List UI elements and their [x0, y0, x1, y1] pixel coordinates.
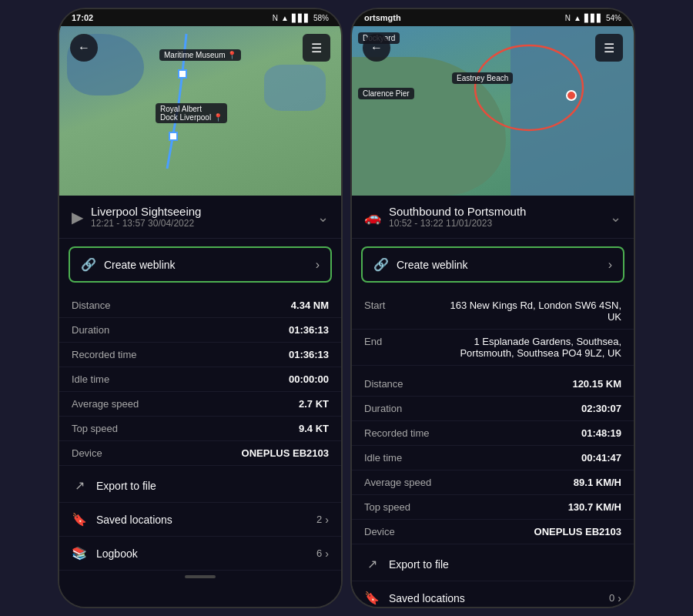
back-button-left[interactable]: ← — [70, 34, 98, 62]
pier-label: Clarence Pier — [358, 88, 414, 99]
stat-label-duration-right: Duration — [364, 403, 402, 414]
stat-label-recorded-right: Recorded time — [364, 427, 430, 439]
svg-point-3 — [567, 91, 576, 100]
action-label-saved-left: Saved locations — [96, 514, 307, 526]
trip-details-right: Southbound to Portsmouth 10:52 - 13:22 1… — [389, 205, 526, 229]
stat-label-idle-left: Idle time — [72, 373, 109, 385]
weblink-chevron-left: › — [316, 258, 320, 272]
content-right: 🚗 Southbound to Portsmouth 10:52 - 13:22… — [352, 196, 634, 607]
stat-label-idle-right: Idle time — [364, 452, 402, 464]
weblink-left-content-right: 🔗 Create weblink — [373, 257, 468, 272]
stat-value-duration-left: 01:36:13 — [289, 324, 329, 336]
status-bar-right: ortsmgth N ▲ ▋▋▋ 54% — [352, 9, 634, 26]
saved-count-left: 2 — [316, 514, 322, 525]
menu-button-left[interactable]: ☰ — [303, 34, 330, 62]
nfc-icon-right: N — [565, 14, 571, 22]
stat-duration-right: Duration 02:30:07 — [352, 397, 634, 421]
end-value: 1 Esplanade Gardens, Southsea, Portsmout… — [444, 336, 621, 359]
stat-idle-right: Idle time 00:41:47 — [352, 446, 634, 470]
action-export-left[interactable]: ↗︎ Export to file — [59, 469, 341, 503]
stat-label-distance-right: Distance — [364, 378, 403, 390]
saved-count-right: 0 — [609, 592, 614, 604]
phone-left: 17:02 N ▲ ▋▋▋ 58% Maritime Museum 📍 Roya… — [58, 8, 343, 608]
back-button-right[interactable]: ← — [363, 34, 390, 62]
stat-duration-left: Duration 01:36:13 — [59, 318, 341, 343]
stat-label-distance-left: Distance — [72, 300, 111, 311]
start-value: 163 New Kings Rd, London SW6 4SN, UK — [444, 300, 621, 323]
trip-header-left[interactable]: ▶ Liverpool Sightseeing 12:21 - 13:57 30… — [59, 196, 341, 239]
stat-distance-left: Distance 4.34 NM — [59, 293, 341, 318]
svg-rect-0 — [179, 70, 186, 78]
saved-count-area-left: 2 › — [316, 514, 329, 526]
stat-value-avgspeed-left: 2.7 KT — [299, 398, 329, 410]
stat-device-left: Device ONEPLUS EB2103 — [59, 441, 341, 466]
time-right: ortsmgth — [364, 13, 401, 22]
weblink-label-right: Create weblink — [397, 259, 468, 271]
stat-value-distance-left: 4.34 NM — [291, 300, 329, 311]
trip-name-left: Liverpool Sightseeing — [91, 205, 201, 218]
svg-rect-1 — [169, 132, 177, 140]
signal-icon-right: ▋▋▋ — [584, 14, 603, 22]
link-icon-left: 🔗 — [81, 257, 96, 272]
stat-recorded-right: Recorded time 01:48:19 — [352, 421, 634, 446]
stat-label-avgspeed-left: Average speed — [72, 398, 139, 410]
export-icon-right: ↗︎ — [364, 557, 380, 571]
stat-value-idle-right: 00:41:47 — [581, 452, 621, 464]
start-label: Start — [364, 300, 410, 311]
navigation-icon-left: ▶ — [72, 208, 83, 226]
stat-value-distance-right: 120.15 KM — [572, 378, 621, 390]
stat-label-topspeed-left: Top speed — [72, 423, 118, 434]
wifi-icon: ▲ — [281, 14, 289, 22]
menu-button-right[interactable]: ☰ — [595, 34, 623, 62]
action-label-saved-right: Saved locations — [389, 592, 600, 604]
phone-right: ortsmgth N ▲ ▋▋▋ 54% Dockyard Clarence P… — [350, 8, 635, 608]
stat-device-right: Device ONEPLUS EB2103 — [352, 520, 634, 544]
logbook-count-area-left: 6 › — [316, 547, 329, 560]
logbook-count-left: 6 — [316, 547, 322, 559]
action-label-export-right: Export to file — [389, 558, 621, 571]
status-bar-left: 17:02 N ▲ ▋▋▋ 58% — [59, 9, 341, 26]
stat-avgspeed-right: Average speed 89.1 KM/H — [352, 470, 634, 495]
bookmark-icon-right: 🔖 — [364, 591, 380, 605]
stat-value-topspeed-left: 9.4 KT — [299, 423, 329, 434]
saved-chevron-right: › — [618, 592, 621, 604]
stat-label-recorded-left: Recorded time — [72, 349, 137, 360]
stat-label-topspeed-right: Top speed — [364, 501, 410, 513]
action-label-export-left: Export to file — [96, 480, 329, 492]
action-saved-right[interactable]: 🔖 Saved locations 0 › — [352, 581, 634, 607]
export-icon-left: ↗︎ — [72, 478, 87, 493]
stat-value-duration-right: 02:30:07 — [581, 403, 621, 414]
action-saved-left[interactable]: 🔖 Saved locations 2 › — [59, 503, 341, 537]
stat-label-device-right: Device — [364, 526, 395, 537]
end-label: End — [364, 336, 410, 347]
stat-value-device-left: ONEPLUS EB2103 — [242, 447, 329, 459]
trip-chevron-left: ⌄ — [317, 209, 329, 226]
stat-recorded-left: Recorded time 01:36:13 — [59, 343, 341, 367]
stat-value-avgspeed-right: 89.1 KM/H — [574, 477, 621, 488]
weblink-button-left[interactable]: 🔗 Create weblink › — [69, 246, 332, 283]
stat-value-device-right: ONEPLUS EB2103 — [534, 526, 621, 537]
stats-section-right: Distance 120.15 KM Duration 02:30:07 Rec… — [352, 369, 634, 547]
action-label-logbook-left: Logbook — [96, 547, 307, 560]
stat-distance-right: Distance 120.15 KM — [352, 372, 634, 397]
nav-bar-left: ← ☰ — [59, 26, 341, 69]
stat-topspeed-left: Top speed 9.4 KT — [59, 417, 341, 441]
stat-label-avgspeed-right: Average speed — [364, 477, 431, 488]
book-icon-left: 📚 — [72, 546, 87, 561]
trip-info-right: 🚗 Southbound to Portsmouth 10:52 - 13:22… — [364, 205, 526, 229]
start-row: Start 163 New Kings Rd, London SW6 4SN, … — [352, 293, 634, 330]
weblink-button-right[interactable]: 🔗 Create weblink › — [361, 246, 624, 283]
trip-header-right[interactable]: 🚗 Southbound to Portsmouth 10:52 - 13:22… — [352, 196, 634, 239]
action-export-right[interactable]: ↗︎ Export to file — [352, 547, 634, 581]
stat-value-recorded-left: 01:36:13 — [289, 349, 329, 360]
stat-topspeed-right: Top speed 130.7 KM/H — [352, 495, 634, 520]
stat-value-idle-left: 00:00:00 — [289, 373, 329, 385]
end-row: End 1 Esplanade Gardens, Southsea, Ports… — [352, 330, 634, 366]
stat-value-topspeed-right: 130.7 KM/H — [568, 501, 621, 513]
stat-label-duration-left: Duration — [72, 324, 109, 336]
nav-bar-right: ← ☰ — [352, 26, 634, 69]
battery-left: 58% — [313, 14, 329, 22]
action-logbook-left[interactable]: 📚 Logbook 6 › — [59, 537, 341, 571]
map-left: Maritime Museum 📍 Royal AlbertDock Liver… — [59, 26, 341, 196]
status-icons-right: N ▲ ▋▋▋ 54% — [565, 14, 621, 22]
